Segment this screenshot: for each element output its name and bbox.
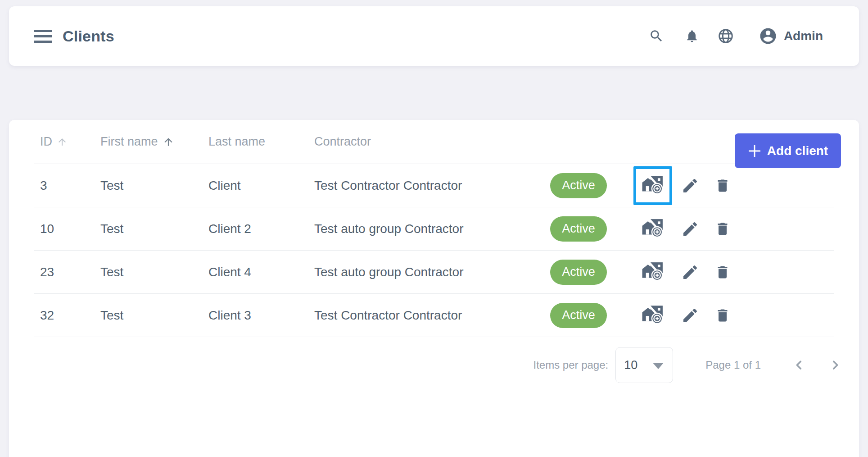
column-header-first-name[interactable]: First name	[100, 135, 208, 149]
table-row: 23 Test Client 4 Test auto group Contrac…	[34, 251, 834, 294]
status-badge: Active	[550, 260, 607, 285]
add-home-icon[interactable]	[633, 210, 672, 248]
cell-last-name: Client 2	[208, 222, 314, 236]
header-actions: Admin	[649, 27, 823, 46]
chevron-right-icon[interactable]	[825, 355, 845, 375]
edit-pencil-icon[interactable]	[680, 263, 700, 281]
table-header-row: ID First name Last name Contractor	[34, 120, 834, 164]
cell-contractor: Test auto group Contractor	[314, 265, 531, 279]
status-badge: Active	[550, 303, 607, 328]
user-name-label: Admin	[784, 29, 823, 43]
edit-pencil-icon[interactable]	[680, 177, 700, 195]
table-body: 3 Test Client Test Contractor Contractor…	[34, 164, 834, 337]
cell-contractor: Test Contractor Contractor	[314, 178, 531, 193]
trash-icon[interactable]	[714, 178, 732, 194]
cell-id: 23	[34, 265, 100, 279]
trash-icon[interactable]	[714, 307, 732, 324]
add-home-icon[interactable]	[633, 166, 672, 205]
edit-pencil-icon[interactable]	[680, 306, 700, 324]
globe-icon[interactable]	[717, 27, 734, 45]
cell-id: 3	[34, 178, 100, 193]
arrow-up-icon	[163, 136, 174, 148]
cell-first-name: Test	[100, 265, 208, 279]
column-label: Contractor	[314, 135, 371, 149]
cell-id: 32	[34, 308, 100, 323]
items-per-page-select[interactable]: 10	[615, 347, 673, 383]
arrow-up-icon	[57, 137, 68, 147]
cell-contractor: Test auto group Contractor	[314, 222, 531, 236]
hamburger-menu-icon[interactable]	[34, 30, 52, 43]
cell-last-name: Client 3	[208, 308, 314, 323]
status-badge: Active	[550, 216, 607, 242]
cell-first-name: Test	[100, 222, 208, 236]
add-client-button[interactable]: Add client	[735, 133, 841, 168]
table-row: 32 Test Client 3 Test Contractor Contrac…	[34, 294, 834, 337]
column-label: ID	[40, 135, 52, 149]
cell-first-name: Test	[100, 308, 208, 323]
table-row: 10 Test Client 2 Test auto group Contrac…	[34, 207, 834, 251]
search-icon[interactable]	[649, 28, 664, 44]
column-header-last-name: Last name	[208, 135, 314, 149]
caret-down-icon	[653, 363, 664, 369]
column-label: First name	[100, 135, 158, 149]
add-home-icon[interactable]	[633, 253, 672, 292]
cell-last-name: Client 4	[208, 265, 314, 279]
status-badge: Active	[550, 173, 607, 198]
cell-first-name: Test	[100, 178, 208, 193]
clients-table: ID First name Last name Contractor 3	[34, 120, 834, 337]
column-header-id[interactable]: ID	[34, 135, 100, 149]
page-range-label: Page 1 of 1	[705, 359, 761, 371]
plus-icon	[748, 144, 761, 158]
items-per-page-value: 10	[624, 358, 637, 372]
header-bar: Clients Admin	[9, 6, 859, 66]
cell-last-name: Client	[208, 178, 314, 193]
bell-icon[interactable]	[685, 29, 699, 43]
add-client-label: Add client	[767, 144, 828, 158]
cell-id: 10	[34, 222, 100, 236]
paginator: Items per page: 10 Page 1 of 1	[9, 347, 845, 383]
clients-card: Add client ID First name Last name Contr…	[9, 120, 859, 457]
edit-pencil-icon[interactable]	[680, 220, 700, 238]
user-avatar-icon[interactable]	[759, 27, 778, 46]
items-per-page-label: Items per page:	[533, 359, 608, 371]
table-row: 3 Test Client Test Contractor Contractor…	[34, 164, 834, 207]
column-label: Last name	[208, 135, 265, 149]
trash-icon[interactable]	[714, 264, 732, 280]
trash-icon[interactable]	[714, 221, 732, 237]
add-home-icon[interactable]	[633, 296, 672, 335]
column-header-contractor: Contractor	[314, 135, 531, 149]
cell-contractor: Test Contractor Contractor	[314, 308, 531, 323]
chevron-left-icon[interactable]	[789, 355, 809, 375]
page-title: Clients	[63, 27, 114, 45]
